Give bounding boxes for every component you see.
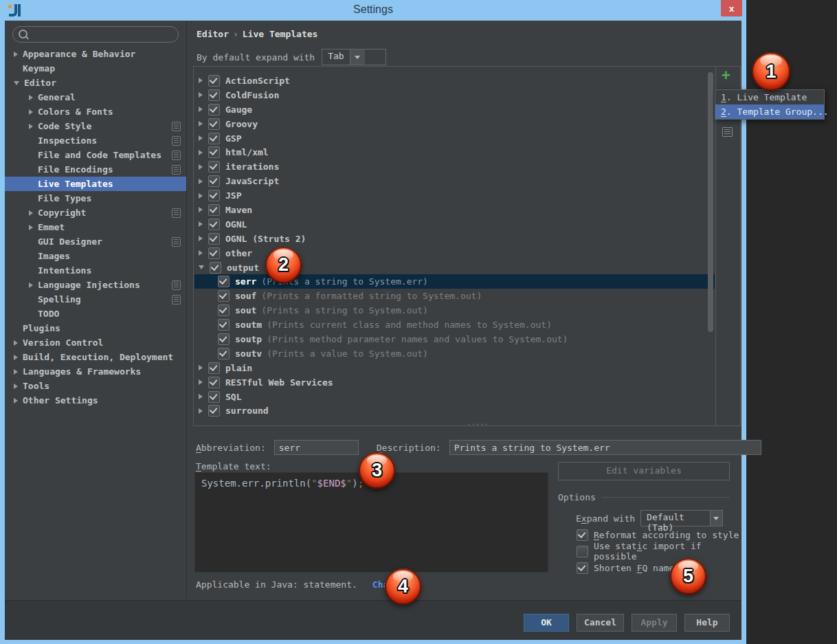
template-checkbox[interactable] — [218, 290, 230, 302]
template-checkbox[interactable] — [210, 262, 221, 274]
template-checkbox[interactable] — [218, 276, 230, 287]
sidebar-item-file-and-code-templates[interactable]: File and Code Templates — [5, 148, 186, 162]
template-group-row-jsp[interactable]: JSP — [194, 188, 715, 203]
sidebar-item-colors-fonts[interactable]: Colors & Fonts — [5, 104, 186, 119]
chevron-collapsed-icon[interactable] — [199, 221, 203, 227]
chevron-collapsed-icon[interactable] — [29, 225, 33, 230]
chevron-collapsed-icon[interactable] — [199, 250, 203, 256]
chevron-expanded-icon[interactable] — [14, 81, 19, 85]
chevron-collapsed-icon[interactable] — [29, 210, 33, 216]
popup-item-1[interactable]: 1. Live Template — [715, 90, 824, 104]
template-checkbox[interactable] — [208, 75, 220, 87]
template-checkbox[interactable] — [208, 190, 220, 201]
edit-variables-button[interactable]: Edit variables — [558, 462, 730, 480]
chevron-collapsed-icon[interactable] — [29, 124, 33, 129]
chevron-collapsed-icon[interactable] — [199, 408, 203, 414]
chevron-collapsed-icon[interactable] — [199, 92, 203, 98]
sidebar-item-general[interactable]: General — [5, 90, 186, 104]
sidebar-item-emmet[interactable]: Emmet — [5, 220, 186, 234]
template-checkbox[interactable] — [208, 175, 220, 187]
template-group-row-surround[interactable]: surround — [194, 403, 715, 418]
chevron-collapsed-icon[interactable] — [199, 207, 203, 212]
chevron-collapsed-icon[interactable] — [199, 394, 203, 399]
checkbox[interactable] — [577, 562, 588, 574]
template-checkbox[interactable] — [208, 233, 220, 245]
template-checkbox[interactable] — [218, 319, 230, 331]
template-item-row-soutp[interactable]: soutp(Prints method parameter names and … — [194, 332, 715, 346]
chevron-expanded-icon[interactable] — [199, 265, 204, 269]
sidebar-item-tools[interactable]: Tools — [5, 379, 186, 393]
chevron-collapsed-icon[interactable] — [14, 384, 18, 389]
sidebar-item-file-encodings[interactable]: File Encodings — [5, 162, 186, 177]
search-input[interactable] — [31, 27, 171, 41]
sidebar-item-plugins[interactable]: Plugins — [5, 321, 186, 335]
chevron-collapsed-icon[interactable] — [14, 398, 18, 403]
default-expand-combobox[interactable]: Tab — [322, 49, 386, 65]
template-group-row-coldfusion[interactable]: ColdFusion — [194, 88, 715, 102]
template-checkbox[interactable] — [218, 304, 230, 316]
template-checkbox[interactable] — [208, 118, 220, 130]
chevron-collapsed-icon[interactable] — [14, 355, 18, 360]
sidebar-item-file-types[interactable]: File Types — [5, 191, 186, 206]
description-input[interactable] — [449, 440, 761, 455]
checkbox[interactable] — [577, 529, 588, 541]
option-checkbox-use-static-import-if-possible[interactable]: Use static import if possible — [577, 543, 741, 559]
template-group-row-gauge[interactable]: Gauge — [194, 102, 715, 117]
template-group-row-gsp[interactable]: GSP — [194, 131, 715, 146]
chevron-collapsed-icon[interactable] — [199, 150, 203, 155]
chevron-collapsed-icon[interactable] — [29, 109, 33, 115]
chevron-down-icon[interactable] — [710, 511, 722, 526]
template-checkbox[interactable] — [208, 89, 220, 101]
sidebar-item-other-settings[interactable]: Other Settings — [5, 393, 186, 408]
template-group-row-html-xml[interactable]: html/xml — [194, 145, 715, 159]
template-item-row-sout[interactable]: sout(Prints a string to System.out) — [194, 303, 715, 318]
sidebar-item-intentions[interactable]: Intentions — [5, 263, 186, 278]
help-button[interactable]: Help — [684, 614, 730, 632]
sidebar-item-editor[interactable]: Editor — [5, 76, 186, 90]
sidebar-item-build-execution-deployment[interactable]: Build, Execution, Deployment — [5, 350, 186, 364]
template-group-row-iterations[interactable]: iterations — [194, 159, 715, 174]
abbreviation-input[interactable] — [274, 440, 359, 455]
chevron-collapsed-icon[interactable] — [199, 78, 203, 83]
template-checkbox[interactable] — [208, 362, 220, 374]
close-button[interactable]: x — [721, 0, 742, 16]
template-checkbox[interactable] — [208, 377, 220, 388]
template-group-row-sql[interactable]: SQL — [194, 390, 715, 404]
template-group-row-javascript[interactable]: JavaScript — [194, 174, 715, 188]
template-checkbox[interactable] — [208, 133, 220, 144]
template-checkbox[interactable] — [208, 146, 220, 158]
chevron-collapsed-icon[interactable] — [14, 52, 18, 57]
splitter-grip[interactable]: ..... — [467, 421, 489, 424]
sidebar-item-version-control[interactable]: Version Control — [5, 335, 186, 350]
template-checkbox[interactable] — [208, 161, 220, 173]
chevron-collapsed-icon[interactable] — [199, 121, 203, 126]
sidebar-item-images[interactable]: Images — [5, 249, 186, 263]
sidebar-item-code-style[interactable]: Code Style — [5, 119, 186, 133]
template-item-row-soutm[interactable]: soutm(Prints current class and method na… — [194, 318, 715, 332]
sidebar-item-inspections[interactable]: Inspections — [5, 133, 186, 148]
ok-button[interactable]: OK — [524, 614, 569, 632]
vertical-scrollbar[interactable] — [708, 72, 713, 332]
chevron-collapsed-icon[interactable] — [14, 340, 18, 346]
template-checkbox[interactable] — [208, 204, 220, 216]
sidebar-item-languages-frameworks[interactable]: Languages & Frameworks — [5, 364, 186, 379]
chevron-collapsed-icon[interactable] — [199, 379, 203, 385]
template-group-row-groovy[interactable]: Groovy — [194, 117, 715, 131]
template-group-row-maven[interactable]: Maven — [194, 203, 715, 217]
template-checkbox[interactable] — [208, 104, 220, 115]
add-button[interactable]: + — [722, 68, 730, 82]
sidebar-item-language-injections[interactable]: Language Injections — [5, 278, 186, 292]
template-item-row-souf[interactable]: souf(Prints a formatted string to System… — [194, 289, 715, 303]
popup-item-2[interactable]: 2. Template Group... — [715, 104, 824, 119]
title-bar[interactable]: Settings x — [0, 0, 746, 21]
sidebar-item-live-templates[interactable]: Live Templates — [5, 177, 186, 191]
chevron-collapsed-icon[interactable] — [199, 107, 203, 112]
cancel-button[interactable]: Cancel — [577, 614, 624, 632]
sidebar-item-appearance-behavior[interactable]: Appearance & Behavior — [5, 47, 186, 61]
template-checkbox[interactable] — [218, 333, 230, 345]
chevron-collapsed-icon[interactable] — [29, 95, 33, 100]
chevron-collapsed-icon[interactable] — [199, 164, 203, 170]
sidebar-item-copyright[interactable]: Copyright — [5, 206, 186, 220]
template-checkbox[interactable] — [208, 219, 220, 230]
template-group-row-ognl-struts-2-[interactable]: OGNL (Struts 2) — [194, 232, 715, 246]
